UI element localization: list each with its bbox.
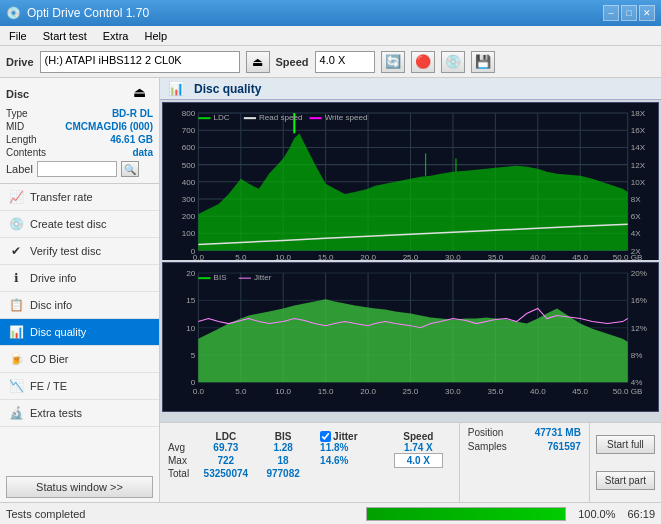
stats-table: LDC BIS Jitter Speed [160,423,459,502]
disc-length-val: 46.61 GB [110,134,153,145]
disc-type-row: Type BD-R DL [6,108,153,119]
disc-label-input[interactable] [37,161,117,177]
svg-text:500: 500 [182,161,196,170]
max-row-label: Max [168,454,197,468]
total-row-label: Total [168,468,197,479]
svg-text:700: 700 [182,126,196,135]
main-content: Disc ⏏ Type BD-R DL MID CMCMAGDI6 (000) … [0,78,661,502]
right-stats: Position 47731 MB Samples 761597 [459,423,589,502]
disc-eject-icon[interactable]: ⏏ [133,84,153,104]
svg-text:0.0: 0.0 [193,253,205,260]
svg-text:BIS: BIS [214,273,228,282]
svg-text:10: 10 [186,324,195,333]
start-full-button[interactable]: Start full [596,435,655,454]
disc-contents-val: data [132,147,153,158]
top-chart-svg: 800 700 600 500 400 300 200 100 0 18X 16… [163,103,658,260]
svg-rect-99 [198,277,210,279]
menu-start-test[interactable]: Start test [40,29,90,43]
menu-help[interactable]: Help [141,29,170,43]
svg-text:40.0: 40.0 [530,253,546,260]
jitter-label: Jitter [333,431,357,442]
svg-text:14X: 14X [631,143,646,152]
max-speed-dropdown[interactable]: 4.0 X [395,454,442,468]
sidebar-item-transfer-rate[interactable]: 📈 Transfer rate [0,184,159,211]
disc-contents-row: Contents data [6,147,153,158]
drive-value: (H:) ATAPI iHBS112 2 CL0K [45,54,182,66]
svg-text:16X: 16X [631,126,646,135]
sidebar-item-cd-bier[interactable]: 🍺 CD Bier [0,346,159,373]
status-window-button[interactable]: Status window >> [6,476,153,498]
maximize-button[interactable]: □ [621,5,637,21]
total-bis: 977082 [255,468,312,479]
title-bar: 💿 Opti Drive Control 1.70 – □ ✕ [0,0,661,26]
svg-text:8X: 8X [631,195,641,204]
disc-title: Disc [6,88,29,100]
svg-text:800: 800 [182,109,196,118]
chart-header-icon: 📊 [168,81,184,96]
svg-text:5: 5 [191,351,196,360]
sidebar-item-disc-info[interactable]: 📋 Disc info [0,292,159,319]
disc-label-btn[interactable]: 🔍 [121,161,139,177]
svg-text:15.0: 15.0 [318,253,334,260]
drive-dropdown[interactable]: (H:) ATAPI iHBS112 2 CL0K [40,51,240,73]
bis-col-header: BIS [255,431,312,442]
minimize-button[interactable]: – [603,5,619,21]
svg-text:20.0: 20.0 [360,253,376,260]
drive-info-label: Drive info [30,272,76,284]
media-button[interactable]: 💿 [441,51,465,73]
position-label: Position [468,427,504,438]
avg-speed: 1.74 X [395,442,442,454]
sidebar-item-drive-info[interactable]: ℹ Drive info [0,265,159,292]
max-bis: 18 [255,454,312,468]
samples-label: Samples [468,441,507,452]
position-value: 47731 MB [535,427,581,438]
disc-length-row: Length 46.61 GB [6,134,153,145]
disc-type-val: BD-R DL [112,108,153,119]
svg-text:6X: 6X [631,212,641,221]
svg-text:16%: 16% [631,296,647,305]
close-button[interactable]: ✕ [639,5,655,21]
app-icon: 💿 [6,6,21,20]
sidebar-item-extra-tests[interactable]: 🔬 Extra tests [0,400,159,427]
burn-button[interactable]: 🔴 [411,51,435,73]
svg-text:12X: 12X [631,161,646,170]
svg-rect-58 [309,117,321,119]
refresh-button[interactable]: 🔄 [381,51,405,73]
drive-info-icon: ℹ [8,270,24,286]
stats-values-table: LDC BIS Jitter Speed [168,431,451,479]
sidebar-item-disc-quality[interactable]: 📊 Disc quality [0,319,159,346]
status-bar: Tests completed 100.0% 66:19 [0,502,661,524]
sidebar-item-create-test-disc[interactable]: 💿 Create test disc [0,211,159,238]
start-part-button[interactable]: Start part [596,471,655,490]
toolbar: Drive (H:) ATAPI iHBS112 2 CL0K ⏏ Speed … [0,46,661,78]
menu-extra[interactable]: Extra [100,29,132,43]
charts-container: 800 700 600 500 400 300 200 100 0 18X 16… [160,100,661,422]
jitter-checkbox-label[interactable]: Jitter [320,431,395,442]
svg-text:50.0 GB: 50.0 GB [613,387,643,396]
svg-text:30.0: 30.0 [445,253,461,260]
speed-dropdown[interactable]: 4.0 X [315,51,375,73]
speed-label-header: Speed [395,431,442,442]
jitter-checkbox[interactable] [320,431,331,442]
svg-text:20: 20 [186,269,195,278]
menu-file[interactable]: File [6,29,30,43]
transfer-rate-icon: 📈 [8,189,24,205]
drive-label: Drive [6,56,34,68]
save-button[interactable]: 💾 [471,51,495,73]
svg-text:45.0: 45.0 [572,387,588,396]
svg-text:5.0: 5.0 [235,387,247,396]
top-chart: 800 700 600 500 400 300 200 100 0 18X 16… [162,102,659,260]
sidebar-item-fe-te[interactable]: 📉 FE / TE [0,373,159,400]
eject-button[interactable]: ⏏ [246,51,270,73]
sidebar-item-verify-test-disc[interactable]: ✔ Verify test disc [0,238,159,265]
avg-jitter: 11.8% [320,442,395,454]
svg-text:15.0: 15.0 [318,387,334,396]
progress-text: 100.0% [578,508,615,520]
svg-text:400: 400 [182,178,196,187]
svg-text:100: 100 [182,229,196,238]
max-ldc: 722 [197,454,255,468]
svg-text:600: 600 [182,143,196,152]
svg-text:Jitter: Jitter [254,273,272,282]
svg-text:20%: 20% [631,269,647,278]
menu-bar: File Start test Extra Help [0,26,661,46]
